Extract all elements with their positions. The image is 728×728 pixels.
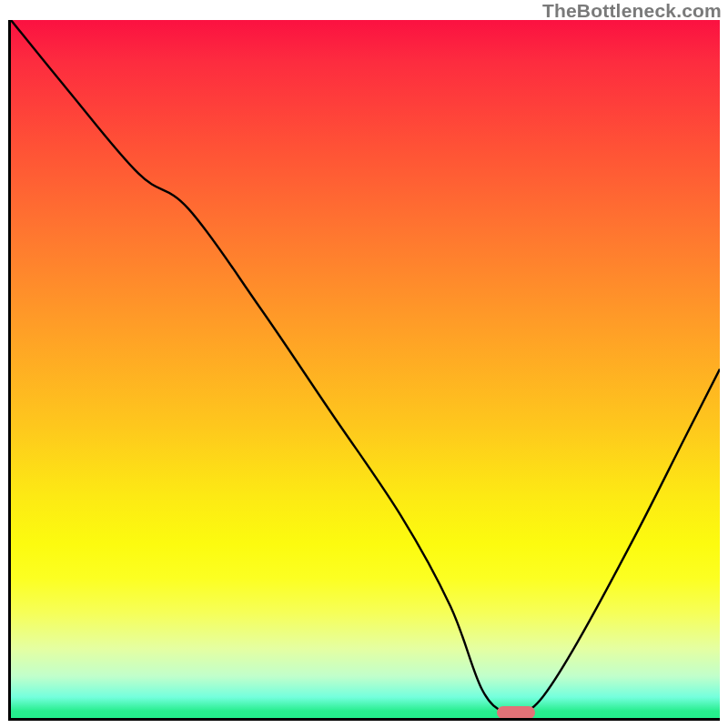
bottleneck-curve-path <box>11 20 720 716</box>
plot-area <box>8 20 720 721</box>
optimal-marker <box>497 706 536 719</box>
watermark-text: TheBottleneck.com <box>542 0 722 22</box>
bottleneck-chart: TheBottleneck.com <box>0 0 728 728</box>
curve-layer <box>11 20 720 718</box>
